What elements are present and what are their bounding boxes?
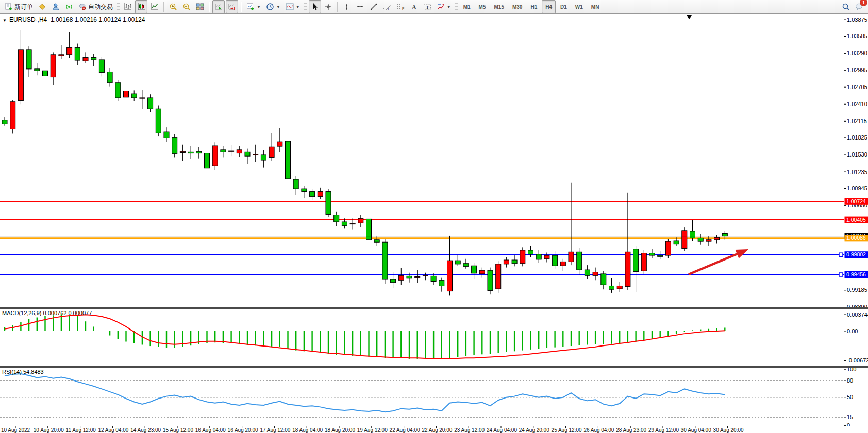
timeframe-d1[interactable]: D1 [557, 0, 571, 13]
tile-windows-button[interactable] [194, 0, 206, 13]
vertical-line-tool-button[interactable] [341, 0, 353, 13]
timeframe-mn[interactable]: MN [588, 0, 603, 13]
rsi-chart[interactable]: 1008050150 [0, 368, 868, 426]
candle-body [286, 141, 291, 179]
timeframe-m1[interactable]: M1 [460, 0, 474, 13]
zoom-in-button[interactable] [167, 0, 179, 13]
line-chart-mode-button[interactable] [148, 0, 161, 13]
mql5-market-button[interactable] [36, 0, 48, 13]
main-chart-panel[interactable]: 1.038751.035851.032901.029951.027051.024… [0, 14, 868, 307]
dropdown-caret-icon[interactable]: ▼ [296, 5, 300, 9]
rsi-scale-label: 50 [847, 394, 853, 400]
macd-panel[interactable]: 0.0037440.00-0.006723 MACD(12,26,9) 0.00… [0, 309, 868, 366]
price-tick-label: 1.03875 [847, 16, 867, 23]
auto-trading-button[interactable]: 自动交易 [76, 0, 115, 13]
trendline-tool-button[interactable] [368, 0, 380, 13]
mql5-community-button[interactable] [49, 0, 62, 13]
toolbar-grip[interactable] [455, 2, 458, 12]
candle-body [407, 276, 412, 278]
dropdown-caret-icon[interactable]: ▼ [257, 5, 261, 9]
fibonacci-tool-button[interactable]: F [394, 0, 407, 13]
time-axis-label: 11 Aug 12:00 [66, 427, 96, 433]
timeframe-m5[interactable]: M5 [475, 0, 490, 13]
channel-tool-button[interactable]: E [381, 0, 393, 13]
line-drag-handle[interactable] [839, 253, 843, 256]
rsi-label: RSI(14) 54.8483 [2, 369, 44, 375]
candle-body [18, 50, 23, 101]
candle-body [455, 261, 460, 264]
candle-body [439, 280, 444, 286]
collapse-triangle-icon[interactable]: ▼ [3, 18, 7, 23]
candle-body [148, 98, 153, 109]
candlestick-mode-button[interactable] [135, 0, 147, 13]
new-chart-button[interactable]: ▼ [244, 0, 263, 13]
candle-body [358, 218, 363, 223]
crosshair-icon [324, 3, 332, 11]
timeframe-m5-label: M5 [477, 4, 488, 10]
macd-chart[interactable]: 0.0037440.00-0.006723 [0, 309, 868, 366]
candle-body [609, 286, 614, 289]
text-tool-button[interactable]: A [408, 0, 420, 13]
linechart-icon [151, 3, 159, 11]
cursor-tool-button[interactable] [309, 0, 321, 13]
price-tick-label: 1.01530 [847, 151, 867, 158]
zoom-out-button[interactable] [180, 0, 193, 13]
tiles-icon [196, 3, 204, 11]
price-badge-value: 0.99456 [846, 271, 866, 278]
macd-main-value: 0.000762 [43, 310, 66, 316]
arrows-icon [437, 3, 445, 11]
time-axis-label: 12 Aug 04:00 [98, 427, 128, 433]
arrows-tool-button[interactable]: ▼ [435, 0, 453, 13]
toolbar-grip[interactable] [304, 2, 307, 12]
price-tick-label: 1.02995 [847, 67, 867, 73]
dropdown-caret-icon[interactable]: ▼ [447, 5, 451, 9]
timeframe-d1-label: D1 [559, 4, 569, 10]
toolbar-separator [337, 2, 338, 12]
timeframe-m30[interactable]: M30 [509, 0, 526, 13]
indicators-button[interactable]: ▼ [283, 0, 302, 13]
crosshair-tool-button[interactable] [322, 0, 335, 13]
macd-histogram-layer [5, 315, 725, 359]
line-drag-handle[interactable] [839, 273, 843, 276]
time-axis-label: 30 Aug 04:00 [681, 427, 711, 433]
channel-icon: E [383, 3, 391, 11]
auto-scroll-button[interactable] [212, 0, 225, 13]
candle-body [43, 71, 48, 76]
trend-arrow-shaft[interactable] [689, 253, 740, 274]
time-axis-label: 16 Aug 04:00 [195, 427, 226, 433]
new-order-button[interactable]: 新订单 [3, 0, 35, 13]
timeframe-w1[interactable]: W1 [572, 0, 587, 13]
profiles-button[interactable]: ▼ [264, 0, 282, 13]
time-axis-label: 26 Aug 04:00 [583, 427, 614, 433]
candle-body [269, 147, 274, 157]
candle-body [415, 277, 420, 278]
time-axis-label: 15 Aug 12:00 [163, 427, 193, 433]
search-button[interactable] [840, 0, 852, 13]
bar-chart-mode-button[interactable] [122, 0, 134, 13]
label-tool-button[interactable]: T [421, 0, 433, 13]
candle-body [520, 250, 525, 264]
time-axis-label: 10 Aug 20:00 [34, 427, 64, 433]
signals-button[interactable] [63, 0, 75, 13]
time-axis[interactable]: 10 Aug 202210 Aug 20:0011 Aug 12:0012 Au… [0, 426, 868, 433]
dropdown-caret-icon[interactable]: ▼ [276, 5, 280, 9]
gold-badge-icon [38, 3, 46, 11]
toolbar-grip[interactable] [117, 2, 120, 12]
person-icon [52, 3, 60, 11]
notifications-button[interactable]: 1 [853, 0, 865, 13]
price-tick-label: 1.01235 [847, 169, 867, 175]
rsi-panel[interactable]: 1008050150 RSI(14) 54.8483 [0, 368, 868, 426]
candle-body [221, 150, 226, 152]
candle-body [172, 137, 177, 153]
autoscroll-icon [214, 3, 223, 11]
timeframe-m15[interactable]: M15 [491, 0, 508, 13]
timeframe-h4[interactable]: H4 [542, 0, 556, 13]
macd-scale-label: -0.006723 [847, 357, 868, 363]
candle-body [601, 274, 606, 285]
time-axis-label: 28 Aug 23:00 [616, 427, 646, 433]
horizontal-line-tool-button[interactable] [354, 0, 366, 13]
chart-shift-button[interactable] [226, 0, 238, 13]
trend-arrow-head[interactable] [735, 249, 748, 258]
price-chart[interactable]: 1.038751.035851.032901.029951.027051.024… [0, 14, 868, 307]
timeframe-h1[interactable]: H1 [527, 0, 541, 13]
